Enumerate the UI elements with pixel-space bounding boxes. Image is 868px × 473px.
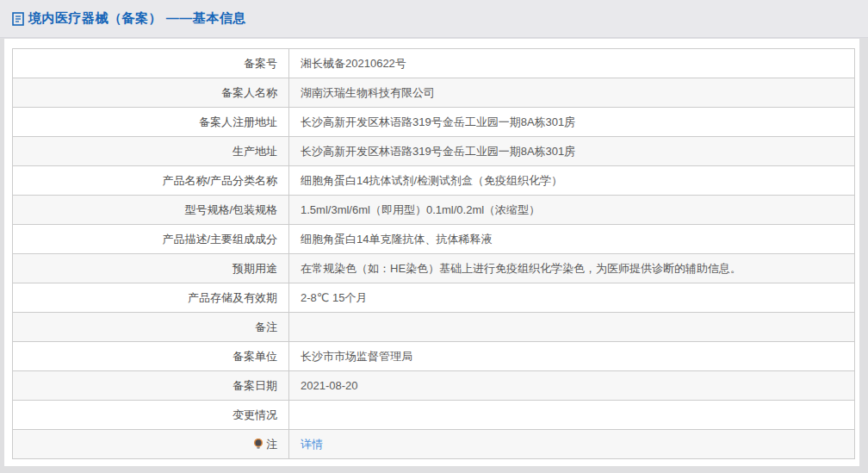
table-row: 备案单位 长沙市市场监督管理局 — [13, 342, 855, 371]
row-label: 型号规格/包装规格 — [184, 203, 277, 216]
row-value: 细胞角蛋白14单克隆抗体、抗体稀释液 — [301, 233, 492, 246]
row-label: 备案号 — [244, 57, 277, 70]
row-label: 备案单位 — [232, 350, 277, 363]
page-title: 境内医疗器械（备案） ——基本信息 — [28, 10, 246, 27]
table-row: 备案号 湘长械备20210622号 — [13, 49, 855, 78]
row-value-cell: 2-8℃ 15个月 — [289, 283, 855, 313]
row-value-cell: 长沙市市场监督管理局 — [289, 342, 855, 371]
row-label: 备注 — [255, 321, 277, 333]
row-value: 细胞角蛋白14抗体试剂/检测试剂盒（免疫组织化学） — [301, 174, 562, 187]
row-value-cell: 1.5ml/3ml/6ml（即用型）0.1ml/0.2ml（浓缩型） — [289, 196, 855, 225]
table-row: 产品名称/产品分类名称 细胞角蛋白14抗体试剂/检测试剂盒（免疫组织化学） — [13, 166, 855, 196]
row-label-cell: 生产地址 — [13, 137, 289, 166]
row-value: 1.5ml/3ml/6ml（即用型）0.1ml/0.2ml（浓缩型） — [301, 203, 540, 216]
row-label: 预期用途 — [232, 262, 277, 275]
table-row: 变更情况 — [13, 401, 855, 430]
row-label-cell: 备案单位 — [13, 342, 289, 371]
row-label: 产品描述/主要组成成分 — [162, 233, 277, 246]
row-label: 产品存储及有效期 — [188, 291, 277, 304]
table-row: 型号规格/包装规格 1.5ml/3ml/6ml（即用型）0.1ml/0.2ml（… — [13, 196, 855, 225]
table-row: 备案日期 2021-08-20 — [13, 371, 855, 401]
row-label-cell: 备案人注册地址 — [13, 108, 289, 137]
page: 境内医疗器械（备案） ——基本信息 备案号 湘长械备20210622号 备案人名… — [0, 0, 868, 473]
row-value-cell: 细胞角蛋白14抗体试剂/检测试剂盒（免疫组织化学） — [289, 166, 855, 196]
table-row: 备注 — [13, 313, 855, 342]
table-row: 备案人名称 湖南沃瑞生物科技有限公司 — [13, 78, 855, 108]
row-label: 备案人名称 — [221, 86, 277, 99]
row-label: 备案日期 — [232, 379, 277, 392]
row-label-cell: 型号规格/包装规格 — [13, 196, 289, 225]
row-value-cell — [289, 401, 855, 430]
table-row: 产品存储及有效期 2-8℃ 15个月 — [13, 283, 855, 313]
row-value-cell: 湘长械备20210622号 — [289, 49, 855, 78]
row-value-cell: 长沙高新开发区林语路319号金岳工业园一期8A栋301房 — [289, 108, 855, 137]
row-label: 生产地址 — [232, 145, 277, 158]
row-label: 产品名称/产品分类名称 — [162, 174, 277, 187]
row-value: 2021-08-20 — [301, 379, 358, 392]
row-value-cell: 在常规染色（如：HE染色）基础上进行免疫组织化学染色，为医师提供诊断的辅助信息。 — [289, 254, 855, 283]
row-label-cell: 变更情况 — [13, 401, 289, 430]
detail-link[interactable]: 详情 — [301, 438, 323, 451]
row-label: 注 — [266, 438, 277, 451]
row-label: 备案人注册地址 — [199, 115, 277, 128]
table-row: 预期用途 在常规染色（如：HE染色）基础上进行免疫组织化学染色，为医师提供诊断的… — [13, 254, 855, 283]
info-table-body: 备案号 湘长械备20210622号 备案人名称 湖南沃瑞生物科技有限公司 备案人… — [13, 49, 855, 459]
table-row: 生产地址 长沙高新开发区林语路319号金岳工业园一期8A栋301房 — [13, 137, 855, 166]
content-panel: 备案号 湘长械备20210622号 备案人名称 湖南沃瑞生物科技有限公司 备案人… — [4, 39, 859, 466]
row-value-cell — [289, 313, 855, 342]
info-table: 备案号 湘长械备20210622号 备案人名称 湖南沃瑞生物科技有限公司 备案人… — [12, 48, 855, 459]
row-label-cell: 备案号 — [13, 49, 289, 78]
page-header: 境内医疗器械（备案） ——基本信息 — [0, 0, 868, 38]
row-label-cell: 产品存储及有效期 — [13, 283, 289, 313]
document-icon — [12, 12, 24, 26]
table-row: 注 详情 — [13, 430, 855, 459]
row-label-cell: 备注 — [13, 313, 289, 342]
row-value: 长沙高新开发区林语路319号金岳工业园一期8A栋301房 — [301, 145, 575, 158]
row-label: 变更情况 — [232, 408, 277, 421]
row-value: 湘长械备20210622号 — [301, 57, 406, 70]
row-value-cell: 湖南沃瑞生物科技有限公司 — [289, 78, 855, 108]
table-row: 产品描述/主要组成成分 细胞角蛋白14单克隆抗体、抗体稀释液 — [13, 225, 855, 254]
row-value: 长沙市市场监督管理局 — [301, 350, 412, 363]
row-value-cell: 2021-08-20 — [289, 371, 855, 401]
row-value-cell: 详情 — [289, 430, 855, 459]
row-value-cell: 长沙高新开发区林语路319号金岳工业园一期8A栋301房 — [289, 137, 855, 166]
lightbulb-icon — [253, 438, 264, 450]
row-label-cell: 备案人名称 — [13, 78, 289, 108]
row-label-cell: 备案日期 — [13, 371, 289, 401]
row-value: 长沙高新开发区林语路319号金岳工业园一期8A栋301房 — [301, 115, 575, 128]
row-value-cell: 细胞角蛋白14单克隆抗体、抗体稀释液 — [289, 225, 855, 254]
row-label-cell: 注 — [13, 430, 289, 459]
row-label-cell: 预期用途 — [13, 254, 289, 283]
row-label-cell: 产品描述/主要组成成分 — [13, 225, 289, 254]
row-label-cell: 产品名称/产品分类名称 — [13, 166, 289, 196]
table-row: 备案人注册地址 长沙高新开发区林语路319号金岳工业园一期8A栋301房 — [13, 108, 855, 137]
row-value: 2-8℃ 15个月 — [301, 291, 367, 304]
row-value: 在常规染色（如：HE染色）基础上进行免疫组织化学染色，为医师提供诊断的辅助信息。 — [301, 262, 741, 275]
row-value: 湖南沃瑞生物科技有限公司 — [301, 86, 435, 99]
